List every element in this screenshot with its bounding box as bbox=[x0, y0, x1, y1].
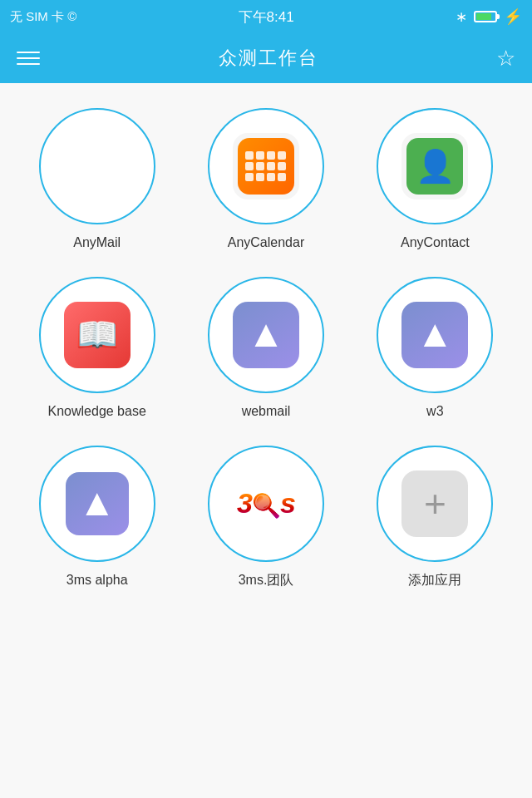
app-label-3ms-alpha: 3ms alpha bbox=[66, 572, 128, 589]
nav-title: 众测工作台 bbox=[219, 46, 318, 71]
3ms-text: 3🔍s bbox=[237, 487, 295, 520]
status-time: 下午8:41 bbox=[239, 7, 294, 27]
calendar-grid bbox=[245, 151, 286, 181]
app-item-3ms-team[interactable]: 3🔍s 3ms.团队 bbox=[185, 446, 346, 589]
plus-icon: + bbox=[424, 485, 446, 523]
app-item-3ms-alpha[interactable]: ▲ 3ms alpha bbox=[17, 446, 177, 589]
status-left: 无 SIM 卡 © bbox=[10, 9, 76, 25]
add-app-icon: + bbox=[401, 470, 468, 537]
webmail-icon: ▲ bbox=[233, 302, 299, 368]
app-label-anycontact: AnyContact bbox=[401, 234, 470, 252]
sim-status: 无 SIM 卡 © bbox=[10, 9, 76, 25]
status-bar: 无 SIM 卡 © 下午8:41 ∗ ⚡ bbox=[0, 0, 532, 33]
hamburger-line-1 bbox=[17, 52, 40, 53]
contact-inner: 👤 bbox=[406, 138, 463, 195]
3ms-alpha-icon: ▲ bbox=[66, 472, 129, 535]
app-circle-webmail: ▲ bbox=[208, 277, 324, 393]
app-circle-knowledge: 📖 bbox=[39, 277, 155, 393]
contact-icon: 👤 bbox=[401, 133, 468, 200]
app-circle-3ms-alpha: ▲ bbox=[39, 446, 155, 562]
app-circle-3ms-team: 3🔍s bbox=[208, 446, 324, 562]
hamburger-line-2 bbox=[17, 57, 40, 59]
w3-icon: ▲ bbox=[401, 302, 468, 368]
app-circle-add-app: + bbox=[377, 446, 493, 562]
favorite-star-button[interactable]: ☆ bbox=[496, 47, 515, 69]
app-item-knowledge[interactable]: 📖 Knowledge base bbox=[17, 277, 177, 421]
calendar-inner bbox=[238, 138, 294, 195]
app-label-w3: w3 bbox=[426, 403, 443, 421]
battery-fill bbox=[476, 13, 491, 20]
hamburger-menu-button[interactable] bbox=[17, 52, 40, 65]
app-circle-anycalendar bbox=[208, 108, 324, 224]
bluetooth-icon: ∗ bbox=[456, 8, 467, 26]
app-item-add-app[interactable]: + 添加应用 bbox=[355, 446, 515, 589]
app-item-anymail[interactable]: AnyMail bbox=[17, 108, 177, 252]
nav-bar: 众测工作台 ☆ bbox=[0, 33, 532, 83]
person-icon: 👤 bbox=[416, 148, 455, 185]
app-item-anycontact[interactable]: 👤 AnyContact bbox=[355, 108, 515, 252]
app-label-3ms-team: 3ms.团队 bbox=[239, 572, 294, 589]
battery-icon bbox=[474, 11, 497, 22]
hamburger-line-3 bbox=[17, 63, 40, 65]
app-label-knowledge: Knowledge base bbox=[48, 403, 146, 421]
app-circle-anymail bbox=[39, 108, 155, 224]
app-item-w3[interactable]: ▲ w3 bbox=[355, 277, 515, 421]
app-item-webmail[interactable]: ▲ webmail bbox=[185, 277, 346, 421]
arrow-up-icon: ▲ bbox=[247, 314, 285, 352]
arrow-up-icon-w3: ▲ bbox=[416, 314, 455, 352]
arrow-up-icon-alpha: ▲ bbox=[78, 483, 116, 521]
3ms-team-icon: 3🔍s bbox=[229, 466, 303, 541]
charging-icon: ⚡ bbox=[504, 7, 522, 26]
book-icon: 📖 bbox=[76, 314, 119, 355]
app-label-anymail: AnyMail bbox=[73, 234, 121, 252]
app-label-anycalendar: AnyCalendar bbox=[228, 234, 305, 252]
main-content: AnyMail AnyCalendar bbox=[0, 83, 532, 798]
app-item-anycalendar[interactable]: AnyCalendar bbox=[185, 108, 346, 252]
app-circle-w3: ▲ bbox=[377, 277, 493, 393]
app-label-add-app: 添加应用 bbox=[408, 572, 461, 589]
calendar-icon bbox=[233, 133, 299, 200]
app-grid: AnyMail AnyCalendar bbox=[8, 108, 524, 589]
status-right: ∗ ⚡ bbox=[456, 7, 522, 26]
app-label-webmail: webmail bbox=[242, 403, 291, 421]
app-circle-anycontact: 👤 bbox=[377, 108, 493, 224]
knowledge-icon: 📖 bbox=[64, 302, 131, 368]
